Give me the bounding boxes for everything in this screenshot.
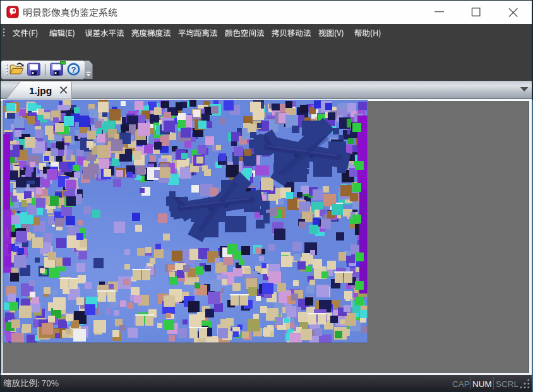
svg-text:CAP: CAP	[452, 379, 470, 389]
svg-text:1.jpg: 1.jpg	[29, 85, 52, 96]
svg-text:SCRL: SCRL	[496, 379, 519, 389]
svg-text:?: ?	[71, 65, 76, 74]
svg-text:NUM: NUM	[472, 379, 492, 389]
